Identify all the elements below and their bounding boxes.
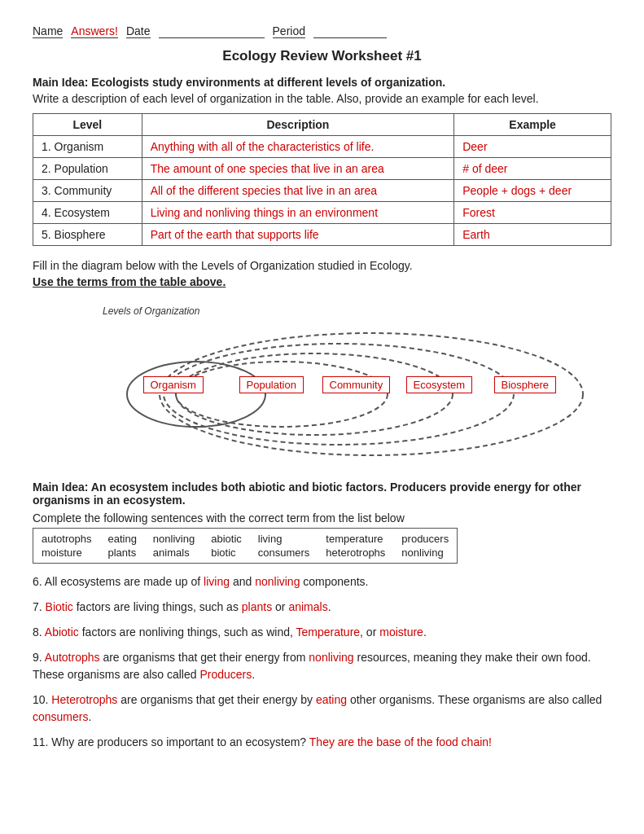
svg-text:Levels of Organization: Levels of Organization	[103, 305, 200, 317]
table-row: 3. CommunityAll of the different species…	[33, 180, 611, 202]
cell-level: 3. Community	[33, 180, 142, 202]
section2-instruction: Complete the following sentences with th…	[33, 511, 611, 525]
wb-temperature: temperature	[326, 533, 385, 545]
col-description: Description	[142, 114, 454, 136]
wb-consumers: consumers	[258, 546, 310, 559]
table-row: 5. BiospherePart of the earth that suppo…	[33, 224, 611, 246]
sentence-6: 6. All ecosystems are made up of living …	[33, 573, 611, 590]
cell-level: 2. Population	[33, 158, 142, 180]
sentence-9: 9. Autotrophs are organisms that get the…	[33, 649, 611, 683]
cell-example: # of deer	[454, 158, 611, 180]
population-label: Population	[239, 378, 304, 391]
word-bank: autotrophs eating nonliving abiotic livi…	[33, 528, 458, 564]
biosphere-label: Biosphere	[494, 378, 557, 391]
levels-table: Level Description Example 1. OrganismAny…	[33, 113, 611, 246]
header: Name Answers! Date Period	[33, 24, 611, 38]
svg-point-3	[176, 353, 453, 435]
diagram-instruction1: Fill in the diagram below with the Level…	[33, 259, 611, 272]
diagram-instruction2: Use the terms from the table above.	[33, 275, 611, 288]
cell-example: Deer	[454, 136, 611, 158]
cell-level: 1. Organism	[33, 136, 142, 158]
name-label: Name	[33, 24, 63, 38]
date-label: Date	[126, 24, 151, 38]
wb-autotrophs: autotrophs	[42, 533, 91, 545]
svg-point-4	[176, 362, 388, 427]
wb-abiotic: abiotic	[211, 533, 242, 545]
page-title: Ecology Review Worksheet #1	[33, 48, 611, 64]
wb-animals: animals	[153, 546, 195, 559]
ecosystem-label: Ecosystem	[406, 378, 473, 391]
wb-nonliving2: nonliving	[401, 546, 449, 559]
period-label: Period	[273, 24, 305, 38]
cell-level: 4. Ecosystem	[33, 202, 142, 224]
cell-description: Part of the earth that supports life	[142, 224, 454, 246]
period-blank	[313, 24, 387, 38]
section1-main-idea: Main Idea: Ecologists study environments…	[33, 76, 611, 89]
sentence-8: 8. Abiotic factors are nonliving things,…	[33, 624, 611, 641]
wb-plants: plants	[107, 546, 136, 559]
wb-eating: eating	[107, 533, 136, 545]
svg-point-1	[160, 333, 583, 455]
wb-producers: producers	[401, 533, 449, 545]
wb-nonliving: nonliving	[153, 533, 195, 545]
section2-main-idea: Main Idea: An ecosystem includes both ab…	[33, 481, 581, 507]
wb-heterotrophs: heterotrophs	[326, 546, 385, 559]
table-row: 2. PopulationThe amount of one species t…	[33, 158, 611, 180]
sentence-11: 11. Why are producers so important to an…	[33, 734, 611, 751]
wb-moisture: moisture	[42, 546, 91, 559]
section1-instruction: Write a description of each level of org…	[33, 92, 611, 105]
sentence-7: 7. Biotic factors are living things, suc…	[33, 599, 611, 616]
cell-description: Anything with all of the characteristics…	[142, 136, 454, 158]
cell-description: All of the different species that live i…	[142, 180, 454, 202]
cell-level: 5. Biosphere	[33, 224, 142, 246]
cell-example: Earth	[454, 224, 611, 246]
svg-point-5	[127, 362, 265, 427]
community-label: Community	[322, 378, 391, 391]
wb-biotic: biotic	[211, 546, 242, 559]
table-row: 1. OrganismAnything with all of the char…	[33, 136, 611, 158]
table-row: 4. EcosystemLiving and nonliving things …	[33, 202, 611, 224]
wb-living: living	[258, 533, 310, 545]
col-level: Level	[33, 114, 142, 136]
organism-label: Organism	[143, 378, 204, 391]
cell-example: People + dogs + deer	[454, 180, 611, 202]
diagram-section: Fill in the diagram below with the Level…	[33, 259, 611, 467]
section2: Main Idea: An ecosystem includes both ab…	[33, 481, 611, 751]
cell-description: The amount of one species that live in a…	[142, 158, 454, 180]
answers-label: Answers!	[71, 24, 118, 38]
svg-point-2	[164, 344, 514, 445]
col-example: Example	[454, 114, 611, 136]
cell-example: Forest	[454, 202, 611, 224]
cell-description: Living and nonliving things in an enviro…	[142, 202, 454, 224]
sentence-10: 10. Heterotrophs are organisms that get …	[33, 691, 611, 726]
date-blank	[159, 24, 265, 38]
